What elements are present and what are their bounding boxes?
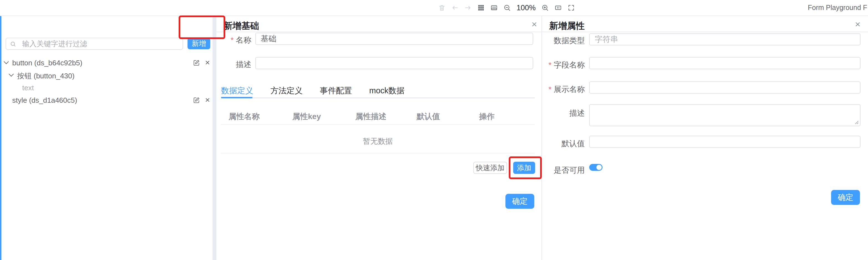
description-textarea[interactable] [589, 104, 861, 126]
search-icon [10, 41, 16, 47]
table-bottom-divider [221, 153, 535, 153]
close-icon[interactable]: × [855, 20, 861, 28]
canvas-toolbar-icons: 100% [438, 0, 575, 15]
toggle-knob [596, 165, 602, 170]
sidebar-resize-strip[interactable] [213, 16, 216, 260]
edit-icon[interactable] [192, 58, 200, 67]
default-value-input[interactable] [589, 136, 861, 148]
search-input[interactable] [5, 38, 183, 50]
grid-icon[interactable] [477, 4, 485, 12]
column-header: 属性key [292, 111, 321, 122]
description-input[interactable] [255, 57, 533, 69]
trash-icon[interactable] [438, 4, 446, 12]
description-label: 描述 [542, 108, 585, 118]
close-icon[interactable]: × [204, 58, 211, 67]
confirm-button[interactable]: 确定 [505, 194, 534, 209]
tree-item-label: text [22, 84, 34, 92]
tree-item-label: 按钮 (button_430) [17, 71, 74, 81]
chevron-down-icon[interactable] [9, 71, 13, 76]
tabs-underline [221, 98, 535, 98]
name-field-label: 名称 [216, 35, 251, 45]
dialog-tabs: 数据定义方法定义事件配置mock数据 [221, 85, 404, 96]
tree-item-label: button (ds_b64c92b5) [12, 59, 83, 67]
zoom-in-icon[interactable] [541, 4, 549, 12]
column-header: 属性名称 [228, 111, 260, 122]
title-divider [216, 32, 541, 32]
tab-3[interactable]: 事件配置 [320, 85, 352, 96]
fullscreen-icon[interactable] [567, 4, 575, 12]
zoom-level: 100% [516, 4, 536, 12]
column-header: 属性描述 [355, 111, 386, 122]
column-header: 默认值 [417, 111, 440, 122]
dialog-title: 新增属性 [549, 20, 585, 32]
confirm-button[interactable]: 确定 [831, 190, 860, 205]
tree-item-label: style (ds_d1a460c5) [12, 96, 77, 105]
zoom-out-icon[interactable] [503, 4, 511, 12]
left-accent-edge [0, 16, 1, 260]
field-name-input[interactable] [589, 57, 861, 69]
tree-item[interactable]: text [0, 83, 213, 93]
add-button[interactable]: 添加 [513, 162, 535, 174]
description-field-label: 描述 [216, 59, 251, 70]
resize-grip-icon[interactable] [855, 120, 859, 124]
quick-add-button[interactable]: 快速添加 [473, 162, 507, 174]
table-header-divider [221, 124, 535, 124]
active-tab-indicator [221, 97, 252, 98]
redo-arrow-icon[interactable] [464, 4, 472, 12]
default-value-label: 默认值 [542, 139, 585, 149]
display-name-input[interactable] [589, 81, 861, 94]
close-icon[interactable]: × [204, 96, 211, 104]
edit-icon[interactable] [192, 96, 200, 104]
data-type-input[interactable] [589, 33, 861, 45]
tree-item[interactable]: 按钮 (button_430) [0, 71, 213, 81]
component-tree-sidebar: 新增 button (ds_b64c92b5)×按钮 (button_430)t… [0, 16, 213, 260]
chevron-down-icon[interactable] [4, 59, 9, 64]
name-input[interactable] [255, 33, 533, 45]
top-toolbar: 100% Form Playground F [0, 0, 868, 16]
tab-4[interactable]: mock数据 [369, 85, 404, 96]
display-name-label: 展示名称 [542, 84, 585, 95]
enabled-toggle[interactable] [589, 164, 602, 171]
data-type-label: 数据类型 [542, 35, 585, 46]
undo-arrow-icon[interactable] [451, 4, 459, 12]
tree-item[interactable]: button (ds_b64c92b5)× [0, 58, 213, 68]
tab-2[interactable]: 方法定义 [271, 85, 303, 96]
enabled-label: 是否可用 [542, 165, 585, 176]
column-header: 操作 [479, 111, 495, 122]
empty-table-text: 暂无数据 [221, 136, 535, 146]
title-divider [542, 32, 868, 32]
panel-divider [541, 16, 542, 260]
dialog-title: 新增基础 [224, 20, 259, 32]
add-component-button[interactable]: 新增 [188, 38, 210, 49]
field-name-label: 字段名称 [542, 60, 585, 70]
keyboard-icon[interactable] [490, 4, 498, 12]
app-title: Form Playground F [808, 4, 867, 12]
component-panel-icon[interactable] [554, 4, 562, 12]
close-icon[interactable]: × [531, 20, 537, 28]
tree-item[interactable]: style (ds_d1a460c5)× [0, 96, 213, 106]
tab-1[interactable]: 数据定义 [221, 85, 253, 96]
